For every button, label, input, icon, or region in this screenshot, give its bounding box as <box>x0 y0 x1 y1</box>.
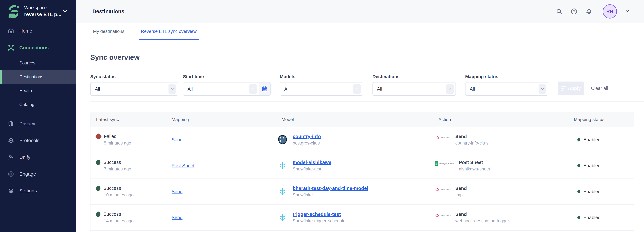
model-subtitle: Snowflake-test <box>293 167 331 172</box>
tab-reverse-etl-sync-overview[interactable]: Reverse ETL sync overview <box>139 23 199 40</box>
sidebar-item-catalog[interactable]: Catalog <box>0 98 76 111</box>
latest-sync-cell: Success 10 minutes ago <box>96 186 172 198</box>
sidebar-item-label: Catalog <box>19 102 34 107</box>
model-link[interactable]: country-info <box>293 134 321 139</box>
mapping-link[interactable]: Send <box>172 137 182 142</box>
apply-button-label: Apply <box>568 86 581 91</box>
unify-icon <box>7 153 15 161</box>
sidebar-item-health[interactable]: Health <box>0 84 76 98</box>
table-row: Failed 5 minutes ago Send country-info p… <box>90 127 634 153</box>
workspace-switcher[interactable]: Workspace reverse ETL p... <box>0 0 76 22</box>
sync-status-select[interactable]: All <box>90 82 178 96</box>
divider <box>90 101 644 102</box>
mapping-status-text: Enabled <box>583 137 600 142</box>
avatar[interactable]: RN <box>603 4 617 18</box>
chevron-down-icon <box>249 84 257 94</box>
shield-icon <box>7 120 15 128</box>
sidebar-item-connections[interactable]: Connections <box>0 39 76 56</box>
model-subtitle: Snowflake <box>293 193 368 198</box>
start-time-select[interactable]: All <box>183 82 270 96</box>
chevron-down-icon[interactable] <box>62 8 68 14</box>
table-row: Success 14 minutes ago Send ❄ trigger-sc… <box>90 205 634 231</box>
select-value: All <box>284 86 290 92</box>
table-header: Latest sync Mapping Model Action Mapping… <box>90 112 634 127</box>
sidebar-item-engage[interactable]: Engage <box>0 166 76 182</box>
bell-icon[interactable] <box>585 8 592 15</box>
filter-sync-status: Sync status All <box>90 74 178 96</box>
select-value: All <box>377 86 382 92</box>
mapping-link[interactable]: Send <box>172 215 182 220</box>
page-title: Destinations <box>92 8 124 14</box>
sidebar-item-settings[interactable]: Settings <box>0 182 76 199</box>
calendar-icon[interactable] <box>259 82 270 95</box>
chevron-down-icon <box>538 84 546 94</box>
postgres-icon <box>278 135 288 145</box>
column-header-action: Action <box>435 117 578 122</box>
sync-status-text: Failed <box>104 134 116 139</box>
table-row: Success 10 minutes ago Send ❄ bharath-te… <box>90 179 634 205</box>
select-value: All <box>470 86 475 92</box>
column-header-mapping-status: Mapping status <box>574 117 634 122</box>
filter-models: Models All <box>280 74 363 96</box>
sidebar-item-label: Destinations <box>19 74 43 79</box>
model-link[interactable]: model-aishikawa <box>293 160 331 165</box>
model-link[interactable]: bharath-test-day-and-time-model <box>293 186 368 191</box>
apply-button[interactable]: Apply <box>558 81 584 95</box>
sync-status-text: Success <box>103 160 121 165</box>
mapping-link[interactable]: Post Sheet <box>172 163 194 168</box>
models-select[interactable]: All <box>280 82 363 96</box>
sidebar-item-label: Health <box>19 88 32 93</box>
success-status-icon <box>96 186 100 191</box>
mapping-status-select[interactable]: All <box>465 82 548 96</box>
workspace-name: reverse ETL p... <box>24 11 61 17</box>
filter-lines-icon <box>562 86 566 91</box>
model-subtitle: Snowflake-trigger-schedule <box>293 219 346 224</box>
snowflake-icon: ❄ <box>278 187 288 197</box>
sync-time: 5 minutes ago <box>96 141 172 146</box>
sidebar-item-label: Connections <box>19 45 49 50</box>
action-subtitle: country-info-citus <box>455 141 488 146</box>
tab-my-destinations[interactable]: My destinations <box>91 23 127 40</box>
sidebar-item-label: Protocols <box>19 138 40 143</box>
sidebar-item-label: Sources <box>19 61 35 66</box>
sidebar-item-label: Unify <box>19 155 30 160</box>
model-subtitle: postgres-citus <box>293 141 321 146</box>
clear-all-link[interactable]: Clear all <box>591 86 608 91</box>
sync-overview-table: Latest sync Mapping Model Action Mapping… <box>90 112 634 232</box>
action-icon-label: webhooks <box>441 214 451 217</box>
workspace-label: Workspace <box>24 5 61 10</box>
enabled-dot-icon <box>578 164 580 167</box>
model-link[interactable]: trigger-schedule-test <box>293 212 341 217</box>
enabled-dot-icon <box>578 216 580 219</box>
sync-time: 14 minutes ago <box>96 219 172 224</box>
webhooks-icon: webhooks <box>435 187 451 192</box>
rudderstack-logo-icon <box>7 4 20 18</box>
sidebar-item-destinations[interactable]: Destinations <box>0 70 76 84</box>
help-icon[interactable] <box>570 8 578 15</box>
sidebar-item-sources[interactable]: Sources <box>0 56 76 70</box>
chevron-down-icon[interactable] <box>625 9 630 14</box>
mapping-link[interactable]: Send <box>172 189 182 194</box>
filter-label: Destinations <box>372 74 456 79</box>
destinations-select[interactable]: All <box>372 82 456 96</box>
sidebar-item-unify[interactable]: Unify <box>0 149 76 166</box>
webhooks-icon: webhooks <box>435 135 451 140</box>
search-icon[interactable] <box>556 8 563 15</box>
column-header-model: Model <box>278 117 435 122</box>
sidebar-item-privacy[interactable]: Privacy <box>0 115 76 132</box>
sync-time: 7 minutes ago <box>96 167 172 172</box>
select-value: All <box>95 86 100 92</box>
select-value: All <box>188 86 193 92</box>
sidebar-item-home[interactable]: Home <box>0 22 76 39</box>
main-area: Destinations RN My destinations Reverse … <box>76 0 644 232</box>
webhooks-icon: webhooks <box>435 213 451 218</box>
action-subtitle: aishikawa-sheet <box>459 167 490 172</box>
latest-sync-cell: Success 14 minutes ago <box>96 212 172 224</box>
gear-icon <box>7 187 15 195</box>
google-sheets-icon: Google Sheets <box>435 161 454 166</box>
connections-icon <box>7 44 15 51</box>
sidebar-item-protocols[interactable]: Protocols <box>0 132 76 149</box>
filter-label: Models <box>280 74 363 79</box>
sync-time: 10 minutes ago <box>96 193 172 198</box>
filters-bar: Sync status All Start time All <box>90 74 644 96</box>
